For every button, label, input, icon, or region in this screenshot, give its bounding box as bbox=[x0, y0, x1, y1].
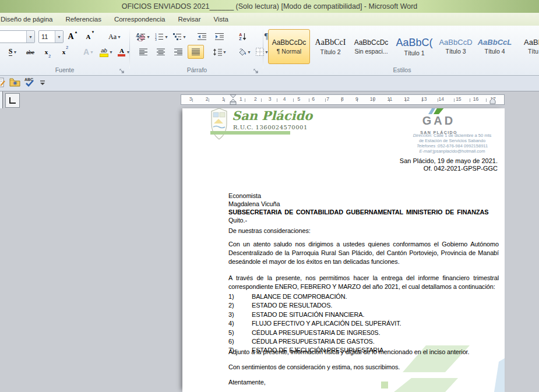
ruler-number: 1 bbox=[239, 96, 242, 102]
font-dialog-launcher[interactable] bbox=[119, 66, 125, 73]
highlight-color-button[interactable]: ab ▼ bbox=[98, 45, 115, 59]
bullets-button[interactable]: ▼ bbox=[135, 30, 152, 44]
style-chip-titulo-2[interactable]: AaBbCcI Título 2 bbox=[311, 29, 350, 64]
list-item: 1)BALANCE DE COMPROBACIÓN. bbox=[228, 292, 499, 301]
align-right-icon bbox=[174, 48, 182, 55]
align-center-button[interactable] bbox=[153, 45, 169, 59]
chevron-down-icon: ▼ bbox=[182, 35, 186, 39]
header-green-bar bbox=[210, 131, 290, 135]
ribbon: ▼ 11 ▼ A ▲ A ▼ Aa ▼ Aa S bbox=[0, 26, 539, 76]
recipient-block: Economista Magdalena Vicuña SUBSECRETARI… bbox=[228, 192, 499, 224]
multilevel-list-button[interactable]: ▼ bbox=[171, 30, 188, 44]
sort-button[interactable]: A Z bbox=[235, 30, 251, 44]
font-size-combo[interactable]: 11 ▼ bbox=[38, 30, 64, 43]
ruler-number: 1 bbox=[222, 96, 225, 102]
ruler-number: 11 bbox=[387, 96, 392, 102]
text-effects-button[interactable]: A ▼ bbox=[80, 45, 97, 59]
header-address-block: Dirección: Calle 1 de diciembre a 50 mts… bbox=[398, 133, 505, 154]
font-controls-row2: S ▼ abe x 2 x 2 A ▼ ab ▼ A bbox=[5, 45, 132, 59]
paragraph-controls-row1: ▼ 1 2 3 ▼ ▼ bbox=[135, 30, 274, 44]
toolbar-options-dropdown[interactable] bbox=[39, 78, 46, 89]
closing-line-1: Adjunto a la presente, información físic… bbox=[228, 348, 499, 355]
outdent-icon bbox=[198, 33, 206, 41]
tab-vista[interactable]: Vista bbox=[207, 14, 234, 24]
chevron-down-icon: ▼ bbox=[13, 50, 17, 54]
recipient-title: Economista bbox=[228, 192, 499, 200]
style-chip-cut[interactable]: AaBb Títu bbox=[515, 29, 539, 64]
shrink-font-button[interactable]: A ▼ bbox=[82, 30, 98, 44]
style-chip-titulo-4[interactable]: AaBbCcL Título 4 bbox=[475, 29, 514, 64]
ruler-number: 9 bbox=[355, 96, 358, 102]
list-item: 5)CÉDULA PRESUPUESTARIA DE INGRES0S. bbox=[228, 329, 499, 337]
ruler-number: 12 bbox=[404, 96, 409, 102]
style-chip-sin-espaciado[interactable]: AaBbCcDc Sin espaci... bbox=[351, 29, 392, 64]
style-chip-titulo-1[interactable]: AaBbC( Título 1 bbox=[393, 29, 436, 64]
address-line: de Estación de Servicios Sabando bbox=[398, 138, 505, 143]
style-chip-titulo-3[interactable]: AaBbCcD Título 3 bbox=[437, 29, 474, 64]
decrease-indent-button[interactable] bbox=[194, 30, 210, 44]
address-line: Telefones :052-676-984 0992158911 bbox=[398, 143, 505, 149]
grow-font-button[interactable]: A ▲ bbox=[65, 30, 81, 44]
horizontal-ruler[interactable]: 3 2 1 1 2 3 4 5 6 7 8 9 10 11 12 13 14 1… bbox=[181, 94, 505, 105]
superscript-button[interactable]: x 2 bbox=[57, 45, 73, 59]
justify-button[interactable] bbox=[188, 45, 204, 59]
styles-group-label: Estilos bbox=[265, 66, 539, 73]
title-bar[interactable]: OFICIOS ENVIADOS 2021______ (Solo lectur… bbox=[0, 0, 539, 13]
paragraph-2: A través de la presente, nos permitimos … bbox=[228, 274, 499, 291]
chevron-down-icon[interactable]: ▼ bbox=[55, 31, 63, 43]
font-group-label: Fuente bbox=[0, 66, 129, 73]
chevron-down-icon: ▼ bbox=[146, 35, 150, 39]
date-line: San Plácido, 19 de mayo de 2021. bbox=[400, 157, 498, 165]
list-item: 4)FLUJO EFECTIVO Y APLICACIÓN DEL SUPERÁ… bbox=[228, 319, 499, 328]
org-name: San Plácido bbox=[232, 108, 312, 123]
document-page[interactable]: San Plácido R.U.C. 1360024570001 GAD SAN… bbox=[182, 108, 505, 392]
strikethrough-button[interactable]: abe bbox=[22, 45, 38, 59]
svg-text:3: 3 bbox=[155, 38, 157, 41]
edit-document-icon[interactable] bbox=[0, 77, 6, 90]
arrow-down-icon: ▼ bbox=[91, 30, 95, 34]
chevron-down-icon[interactable]: ▼ bbox=[26, 31, 34, 43]
quick-toolbar: ✳ ABC bbox=[0, 76, 539, 91]
tab-diseno-de-pagina[interactable]: Diseño de página bbox=[0, 14, 59, 24]
ruler-number: 5 bbox=[298, 96, 301, 102]
numbered-list-icon: 1 2 3 bbox=[155, 33, 164, 41]
line-spacing-button[interactable]: ▼ bbox=[211, 45, 228, 59]
folder-special-icon[interactable]: ✳ bbox=[9, 77, 20, 89]
ref-line: Of. 042-2021-GPSP-GGC bbox=[400, 165, 498, 172]
ruler-number: 6 bbox=[312, 96, 315, 102]
style-chip-normal[interactable]: AaBbCcDc ¶ Normal bbox=[268, 29, 310, 64]
document-area: San Plácido R.U.C. 1360024570001 GAD SAN… bbox=[0, 108, 539, 392]
crest-icon bbox=[209, 108, 229, 141]
address-line: Dirección: Calle 1 de diciembre a 50 mts bbox=[398, 133, 505, 138]
align-left-button[interactable] bbox=[135, 45, 152, 59]
group-divider bbox=[263, 29, 263, 69]
paint-bucket-icon bbox=[237, 48, 246, 56]
tab-correspondencia[interactable]: Correspondencia bbox=[108, 14, 172, 24]
shading-button[interactable]: ▼ bbox=[235, 45, 253, 59]
align-right-button[interactable] bbox=[170, 45, 186, 59]
change-case-button[interactable]: Aa ▼ bbox=[107, 30, 123, 44]
subscript-button[interactable]: x 2 bbox=[40, 45, 56, 59]
tab-revisar[interactable]: Revisar bbox=[171, 14, 207, 24]
font-name-combo[interactable]: ▼ bbox=[0, 30, 35, 43]
ruler-number: 2 bbox=[206, 96, 209, 102]
line-spacing-icon bbox=[213, 48, 222, 56]
font-controls-row1: ▼ 11 ▼ A ▲ A ▼ Aa ▼ Aa bbox=[0, 30, 149, 44]
highlight-color-bar bbox=[100, 54, 108, 57]
closing-line-3: Atentamente, bbox=[228, 379, 499, 386]
recipient-name: Magdalena Vicuña bbox=[228, 200, 499, 208]
left-tab-icon bbox=[9, 97, 16, 104]
tab-stop-selector[interactable] bbox=[5, 93, 20, 108]
spell-check-icon[interactable]: ABC bbox=[24, 77, 36, 90]
ruler-numbers: 1 2 3 4 5 6 7 8 9 10 11 12 13 14 15 16 1… bbox=[234, 96, 502, 102]
list-item: 3)ESTADO DE SITUACIÓN FINANCIERA. bbox=[228, 310, 499, 319]
org-ruc: R.U.C. 1360024570001 bbox=[233, 124, 308, 130]
tab-referencias[interactable]: Referencias bbox=[59, 14, 108, 24]
underline-button[interactable]: S ▼ bbox=[5, 45, 21, 59]
numbering-button[interactable]: 1 2 3 ▼ bbox=[153, 30, 170, 44]
arrow-up-icon: ▲ bbox=[75, 30, 78, 34]
paragraph-dialog-launcher[interactable] bbox=[253, 66, 259, 73]
multilevel-list-icon bbox=[173, 33, 182, 41]
increase-indent-button[interactable] bbox=[212, 30, 228, 44]
right-indent-marker[interactable] bbox=[489, 97, 496, 104]
